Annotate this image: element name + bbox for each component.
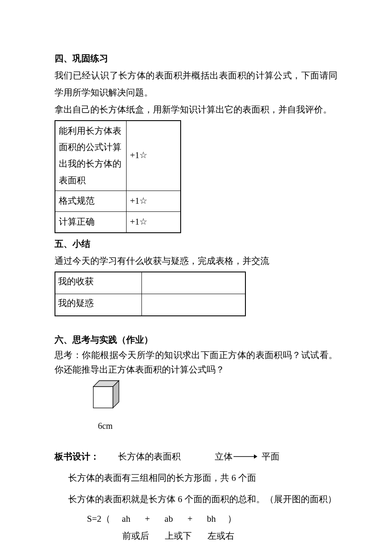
section4-paragraph-2: 拿出自己的长方体纸盒，用新学知识计算出它的表面积，并自我评价。: [55, 101, 337, 119]
cube-icon: [87, 380, 123, 411]
section4-paragraph-1: 我们已经认识了长方体的表面积并概括出表面积的计算公式，下面请同学用所学知识解决问…: [55, 67, 337, 101]
svg-marker-4: [254, 454, 257, 459]
cube-dimension-label: 6cm: [86, 418, 124, 434]
table-row: 能利用长方体表面积的公式计算出我的长方体的表面积 +1☆: [55, 121, 181, 191]
eval-criteria-cell: 计算正确: [55, 211, 127, 232]
board-line-2: 长方体的表面积就是长方体 6 个面的面积的总和。（展开图的面积）: [68, 491, 337, 508]
document-page: 四、巩固练习 我们已经认识了长方体的表面积并概括出表面积的计算公式，下面请同学用…: [0, 0, 392, 555]
formula-close: ）: [223, 511, 240, 528]
eval-score-cell: +1☆: [127, 121, 181, 191]
cube-figure: 6cm: [86, 380, 124, 434]
eval-criteria-cell: 能利用长方体表面积的公式计算出我的长方体的表面积: [55, 121, 127, 191]
table-row: 我的疑惑: [55, 294, 245, 316]
plus-icon: +: [181, 511, 199, 528]
formula-labels-row: 前或后 上或下 左或右: [87, 528, 337, 545]
reflection-label-cell: 我的疑惑: [55, 294, 142, 316]
eval-score-cell: +1☆: [127, 191, 181, 211]
formula-term-ah: ah: [114, 511, 138, 528]
eval-criteria-cell: 格式规范: [55, 191, 127, 211]
formula-term-bh: bh: [199, 511, 223, 528]
formula-label-left-right: 左或右: [199, 528, 242, 545]
reflection-value-cell[interactable]: [142, 272, 246, 294]
formula-label-front-back: 前或后: [114, 528, 157, 545]
board-design-label: 板书设计：: [55, 448, 99, 465]
surface-area-formula: S=2（ ah + ab + bh ）: [87, 511, 337, 528]
arrow-icon: [233, 454, 257, 460]
reflection-table: 我的收获 我的疑惑: [55, 272, 246, 316]
board-design-title: 长方体的表面积: [118, 448, 181, 465]
section6-heading: 六、思考与实践（作业）: [55, 332, 337, 349]
board-plane-text: 平面: [262, 448, 280, 465]
eval-score-cell: +1☆: [127, 211, 181, 232]
table-row: 计算正确 +1☆: [55, 211, 181, 232]
section4-heading: 四、巩固练习: [55, 50, 337, 67]
formula-term-ab: ab: [157, 511, 181, 528]
reflection-label-cell: 我的收获: [55, 272, 142, 294]
formula-label-top-bottom: 上或下: [157, 528, 199, 545]
reflection-value-cell[interactable]: [142, 294, 246, 316]
formula-lead: S=2（: [87, 511, 114, 528]
section6-paragraph-1: 思考：你能根据今天所学的知识求出下面正方体的表面积吗？试试看。你还能推导出正方体…: [55, 348, 337, 377]
section5-paragraph-1: 通过今天的学习有什么收获与疑惑，完成表格，并交流: [55, 253, 337, 270]
self-evaluation-table: 能利用长方体表面积的公式计算出我的长方体的表面积 +1☆ 格式规范 +1☆ 计算…: [55, 120, 181, 233]
svg-rect-2: [93, 387, 113, 408]
board-line-1: 长方体的表面有三组相同的长方形面，共 6 个面: [68, 470, 337, 487]
board-solid-text: 立体: [215, 448, 233, 465]
section5-heading: 五、小结: [55, 236, 337, 253]
table-row: 我的收获: [55, 272, 245, 294]
plus-icon: +: [138, 511, 157, 528]
board-design-header: 板书设计： 长方体的表面积 立体 平面: [55, 448, 337, 465]
table-row: 格式规范 +1☆: [55, 191, 181, 211]
